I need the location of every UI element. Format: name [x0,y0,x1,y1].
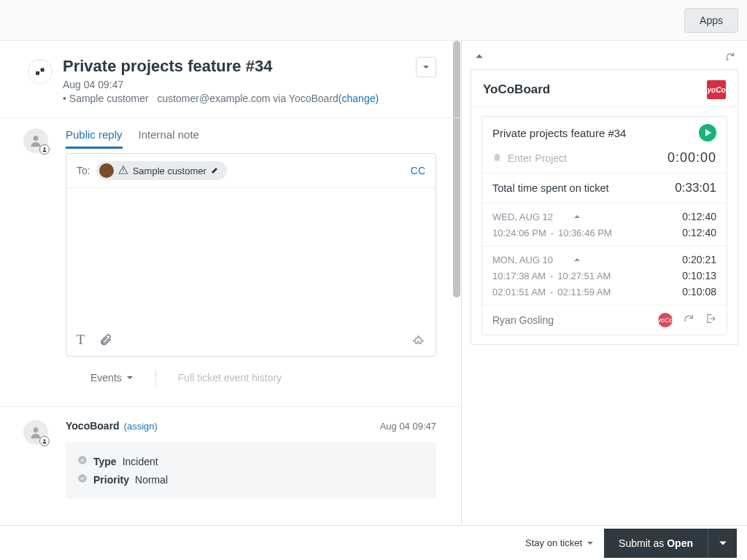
tab-public-reply[interactable]: Public reply [66,128,123,149]
start-timer-button[interactable] [699,124,716,141]
yocoboard-panel: YoCoBoard yoCo Private projects feature … [471,69,738,345]
panel-title: YoCoBoard [483,82,550,97]
comment: YocoBoard (assign) Aug 04 09:47 Type Inc… [0,406,461,512]
svg-point-7 [78,474,87,483]
reply-tabs: Public reply Internal note [66,128,436,149]
ticket-timestamp: Aug 04 09:47 [63,79,379,90]
reply-box: To: Sample customer CC T [66,153,436,357]
reply-textarea[interactable] [66,188,436,324]
ticket-type-icon [28,59,53,84]
time-entry: 10:17:38 AM-10:27:51 AM0:10:13 [492,265,716,281]
warning-icon [118,165,128,177]
comment-author: YocoBoard [66,420,120,432]
day-total: 0:20:21 [682,254,716,265]
edit-recipient-icon[interactable] [211,165,220,176]
recipient-pill[interactable]: Sample customer [96,161,227,180]
stay-on-ticket-dropdown[interactable]: Stay on ticket [525,537,594,548]
project-icon [492,152,508,164]
svg-rect-0 [35,71,39,75]
timer-display: 0:00:00 [667,150,716,166]
svg-point-3 [44,147,46,149]
assign-link[interactable]: (assign) [124,421,158,432]
collapse-day-icon[interactable] [573,211,581,222]
svg-point-5 [44,439,46,441]
day-total: 0:12:40 [682,211,716,222]
project-input[interactable]: Enter Project [508,152,567,164]
submit-button[interactable]: Submit as Open [604,529,708,558]
total-time-label: Total time spent on ticket [492,182,609,194]
comment-body: Type Incident Priority Normal [66,442,436,499]
comment-time: Aug 04 09:47 [380,421,436,432]
submit-dropdown[interactable] [708,529,737,558]
recipient-avatar [99,163,114,178]
footer-bar: Stay on ticket Submit as Open [0,525,747,560]
topbar: Apps [0,0,747,41]
extension-icon[interactable] [412,333,425,346]
attachment-icon[interactable] [99,333,112,346]
check-icon [77,455,88,467]
task-title: Private projects feature #34 [492,127,626,139]
event-history-link[interactable]: Full ticket event history [178,372,282,384]
svg-point-4 [34,427,39,432]
day-block: MON, AUG 100:20:2110:17:38 AM-10:27:51 A… [482,246,727,305]
task-card: Private projects feature #34 Enter Proje… [481,116,727,335]
recipient-name: Sample customer [133,166,206,176]
ticket-requester: • Sample customer customer@example.com v… [63,93,379,104]
change-requester-link[interactable]: (change) [338,93,379,104]
comment-badge-icon [39,436,50,446]
ticket-title: Private projects feature #34 [63,57,379,76]
text-format-icon[interactable]: T [77,332,85,348]
events-dropdown[interactable]: Events [90,372,133,384]
check-icon [77,473,88,486]
logout-icon[interactable] [705,313,716,324]
ticket-options-dropdown[interactable] [416,57,436,77]
time-entry: 10:24:06 PM-10:36:46 PM0:12:40 [492,222,716,238]
svg-point-6 [78,456,87,464]
time-entry: 02:01:51 AM-02:11:59 AM0:10:08 [492,281,716,298]
cc-button[interactable]: CC [411,165,425,176]
day-label: MON, AUG 10 [492,254,553,265]
svg-point-2 [34,136,39,141]
total-time-value: 0:33:01 [675,181,716,195]
refresh-icon[interactable] [683,313,694,324]
comment-avatar [23,420,48,445]
panel-user: Ryan Gosling [492,314,554,326]
day-block: WED, AUG 120:12:4010:24:06 PM-10:36:46 P… [482,203,727,246]
apps-button[interactable]: Apps [684,8,738,33]
to-label: To: [77,165,90,176]
day-label: WED, AUG 12 [492,211,553,222]
refresh-apps-icon[interactable] [725,51,735,63]
svg-rect-1 [39,67,44,71]
tab-internal-note[interactable]: Internal note [139,128,199,149]
collapse-panel-icon[interactable] [475,51,484,63]
collapse-day-icon[interactable] [573,254,581,265]
agent-avatar [23,128,48,153]
ticket-header: Private projects feature #34 Aug 04 09:4… [0,41,461,118]
yoco-badge-icon[interactable]: yoCo [658,313,673,327]
yocoboard-logo: yoCo [707,80,726,99]
agent-badge-icon [39,144,50,155]
